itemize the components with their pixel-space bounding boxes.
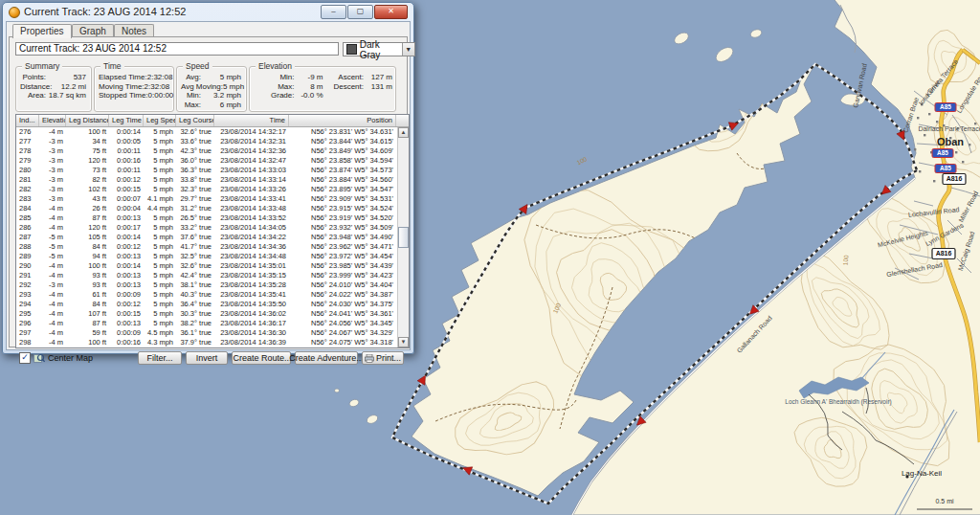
summary-group: Summary Points:537Distance:12.2 miArea:1… [15, 66, 92, 112]
table-body: 276-4 m100 ft0:00:145 mph32.6° true23/08… [16, 127, 398, 347]
scroll-thumb[interactable] [398, 227, 409, 248]
stat-row: Descent:131 m [323, 82, 393, 92]
vertical-scrollbar[interactable]: ▲ ▼ [397, 127, 409, 347]
svg-text:A816: A816 [936, 250, 952, 257]
map-label: 0.5 mi [935, 498, 954, 504]
filter-button[interactable]: Filter... [138, 351, 182, 365]
create-adventure-button[interactable]: Create Adventure... [295, 351, 358, 365]
table-row[interactable]: 288-5 m84 ft0:00:125 mph41.7° true23/08/… [16, 242, 398, 252]
scroll-up-button[interactable]: ▲ [398, 127, 409, 138]
stat-row: Moving Time:2:32:08 [99, 82, 168, 92]
stat-row: Area:18.7 sq km [20, 91, 86, 101]
maximize-button[interactable]: ▢ [347, 5, 373, 19]
column-header[interactable]: Leg Speed [144, 115, 176, 126]
table-header[interactable]: Ind...ElevationLeg DistanceLeg TimeLeg S… [16, 115, 409, 127]
svg-text:A816: A816 [947, 175, 963, 182]
window-title: Current Track: 23 AUG 2014 12:52 [24, 6, 186, 17]
title-bar[interactable]: Current Track: 23 AUG 2014 12:52 – ▢ ✕ [3, 3, 413, 20]
table-row[interactable]: 281-3 m82 ft0:00:125 mph33.8° true23/08/… [16, 175, 398, 185]
svg-text:A85: A85 [940, 165, 951, 171]
stat-row: Avg:5 mph [181, 73, 241, 82]
table-row[interactable]: 286-4 m120 ft0:00:175 mph33.2° true23/08… [16, 223, 398, 233]
table-row[interactable]: 295-4 m107 ft0:00:155 mph30.3° true23/08… [16, 309, 398, 319]
invert-button[interactable]: Invert [186, 351, 228, 365]
stat-row: Max:6 mph [181, 101, 241, 110]
printer-icon [365, 354, 374, 363]
table-row[interactable]: 296-4 m87 ft0:00:135 mph38.2° true23/08/… [16, 319, 398, 328]
minimize-button[interactable]: – [321, 5, 346, 19]
checkbox-checked-icon[interactable]: ✓ [19, 352, 31, 364]
table-row[interactable]: 290-4 m100 ft0:00:145 mph32.6° true23/08… [16, 261, 398, 271]
table-row[interactable]: 283-3 m43 ft0:00:074.1 mph29.7° true23/0… [16, 194, 398, 204]
route-shield: A85 [935, 103, 956, 112]
table-row[interactable]: 292-3 m93 ft0:00:135 mph38.1° true23/08/… [16, 280, 398, 290]
window-client-area: Properties Graph Notes Dark Gray ▼ Summa… [6, 21, 411, 350]
route-shield: A816 [932, 249, 955, 259]
tab-strip: Properties Graph Notes [9, 24, 408, 37]
table-row[interactable]: 285-4 m87 ft0:00:135 mph26.5° true23/08/… [16, 213, 398, 223]
center-map-checkbox-row[interactable]: ✓ Center Map [19, 352, 93, 364]
lag-na-keil-dot [905, 475, 908, 478]
track-points-table: Ind...ElevationLeg DistanceLeg TimeLeg S… [15, 114, 410, 348]
tab-notes[interactable]: Notes [114, 24, 154, 37]
tab-properties[interactable]: Properties [12, 24, 72, 38]
properties-tab-page: Dark Gray ▼ Summary Points:537Distance:1… [9, 36, 408, 347]
track-properties-window: Current Track: 23 AUG 2014 12:52 – ▢ ✕ P… [2, 2, 414, 354]
stat-row: Distance:12.2 mi [20, 82, 86, 92]
table-row[interactable]: 284-4 m26 ft0:00:044.4 mph31.2° true23/0… [16, 204, 398, 213]
chevron-down-icon[interactable]: ▼ [402, 43, 415, 56]
stat-row: Min:-9 m [254, 73, 323, 82]
column-header[interactable]: Leg Course [176, 115, 214, 126]
stat-row: Min:3.2 mph [181, 91, 241, 101]
svg-text:A85: A85 [940, 103, 951, 110]
center-map-label: Center Map [48, 353, 93, 363]
table-row[interactable]: 293-4 m61 ft0:00:095 mph40.3° true23/08/… [16, 290, 398, 300]
table-row[interactable]: 294-4 m84 ft0:00:125 mph36.4° true23/08/… [16, 300, 398, 309]
table-row[interactable]: 279-3 m120 ft0:00:165 mph36.0° true23/08… [16, 156, 398, 166]
elevation-group: Elevation Min:-9 mMax:8 mGrade:-0.0 % As… [249, 66, 396, 112]
column-header[interactable]: Ind... [16, 115, 39, 126]
stat-row: Points:537 [20, 73, 86, 82]
svg-text:A85: A85 [937, 149, 948, 156]
map-label: Dalriach Park Terrace [918, 125, 980, 132]
table-row[interactable]: 297-4 m59 ft0:00:094.5 mph36.1° true23/0… [16, 328, 398, 338]
route-shield: A85 [935, 165, 956, 173]
stat-row: Elapsed Time:2:32:08 [99, 73, 168, 82]
table-row[interactable]: 287-5 m105 ft0:00:145 mph37.6° true23/08… [16, 233, 398, 242]
color-name: Dark Gray [360, 39, 402, 60]
time-group: Time Elapsed Time:2:32:08Moving Time:2:3… [94, 66, 174, 112]
stat-row: Grade:-0.0 % [254, 91, 323, 101]
map-magnifier-icon [33, 353, 45, 364]
stat-row: Stopped Time:0:00:00 [99, 91, 168, 101]
map-label: Oban [937, 136, 964, 147]
table-row[interactable]: 276-4 m100 ft0:00:145 mph32.6° true23/08… [16, 127, 398, 137]
column-header[interactable]: Time [214, 115, 289, 126]
tab-graph[interactable]: Graph [72, 24, 114, 37]
track-color-combo[interactable]: Dark Gray ▼ [343, 42, 415, 56]
map-label: Loch Gleann A' Bhearraidh (Reservoir) [785, 398, 891, 406]
table-row[interactable]: 298-4 m100 ft0:00:164.3 mph37.9° true23/… [16, 338, 398, 347]
route-shield: A85 [932, 149, 953, 158]
table-row[interactable]: 289-5 m94 ft0:00:135 mph32.5° true23/08/… [16, 252, 398, 261]
close-button[interactable]: ✕ [374, 5, 408, 19]
table-row[interactable]: 277-3 m34 ft0:00:055 mph33.6° true23/08/… [16, 137, 398, 146]
stat-row: Max:8 m [254, 82, 323, 92]
speed-group: Speed Avg:5 mphAvg Moving:5 mphMin:3.2 m… [176, 66, 247, 112]
create-route-button[interactable]: Create Route... [232, 351, 291, 365]
table-row[interactable]: 278-3 m75 ft0:00:115 mph42.3° true23/08/… [16, 146, 398, 156]
map-label: 100 [842, 255, 850, 266]
track-icon [9, 7, 20, 18]
stat-row: Ascent:127 m [323, 73, 393, 82]
column-header[interactable]: Elevation [39, 115, 66, 126]
column-header[interactable]: Leg Time [109, 115, 144, 126]
column-header[interactable]: Leg Distance [66, 115, 109, 126]
column-header[interactable]: Position [289, 115, 396, 126]
scroll-down-button[interactable]: ▼ [398, 337, 409, 347]
footer-bar: ✓ Center Map Filter... Invert Create Ro [10, 351, 407, 367]
stat-row: Avg Moving:5 mph [181, 82, 241, 92]
table-row[interactable]: 282-3 m102 ft0:00:155 mph32.3° true23/08… [16, 185, 398, 194]
track-name-input[interactable] [15, 42, 339, 56]
print-button[interactable]: Print... [362, 351, 404, 365]
table-row[interactable]: 280-3 m73 ft0:00:115 mph36.3° true23/08/… [16, 166, 398, 175]
table-row[interactable]: 291-4 m93 ft0:00:135 mph42.4° true23/08/… [16, 271, 398, 280]
